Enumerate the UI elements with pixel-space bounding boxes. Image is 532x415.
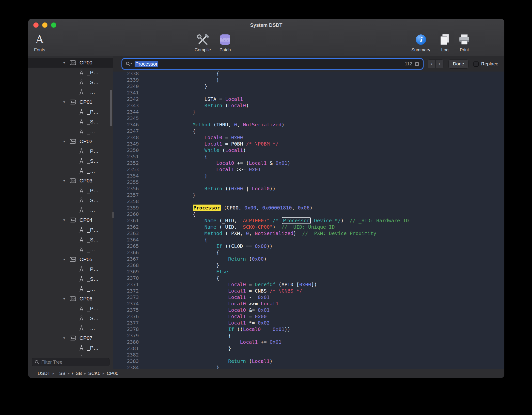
tree-item-cp02[interactable]: ▾CP02 [28,136,113,146]
tree-item-child[interactable]: _P… [28,68,113,77]
code-line[interactable]: LSTA = Local1 [145,96,504,102]
tree-item-child[interactable]: _… [28,87,113,97]
titlebar[interactable]: System DSDT [28,19,504,31]
toolbar-button-patch[interactable]: Patch [219,32,231,53]
tree-item-child[interactable]: _S… [28,117,113,127]
toolbar-button-print[interactable]: Print [458,32,470,53]
tree-item-cp03[interactable]: ▾CP03 [28,176,113,186]
disclosure-triangle-icon[interactable]: ▾ [63,336,70,340]
code-line[interactable]: Local0 &= 0x01 [145,307,504,313]
code-line[interactable]: Return (Local1) [145,358,504,364]
breadcrumb-item[interactable]: _SB [57,371,65,376]
filter-tree-input[interactable] [41,359,107,365]
code-line[interactable]: Local1 *= 0x02 [145,320,504,326]
code-line[interactable]: } [145,109,504,115]
tree-item-child[interactable]: _… [28,166,113,176]
code-line[interactable]: While (Local1) [145,147,504,153]
minimize-button[interactable] [42,22,47,28]
tree-item-cp05[interactable]: ▾CP05 [28,254,113,264]
code-lines[interactable]: { } } LSTA = Local1 Return (Local0) } Me… [141,72,504,369]
tree-item-child[interactable]: _… [28,245,113,254]
filter-tree-field[interactable] [32,358,110,366]
tree-item-child[interactable]: _… [28,127,113,136]
tree-item-child[interactable]: _S… [28,195,113,205]
tree-item-cp04[interactable]: ▾CP04 [28,215,113,225]
code-line[interactable]: } [145,173,504,179]
tree-item-cp01[interactable]: ▾CP01 [28,97,113,107]
replace-checkbox[interactable] [473,61,479,67]
code-line[interactable]: Local1 += 0x01 [145,339,504,345]
disclosure-triangle-icon[interactable]: ▾ [63,296,70,301]
code-line[interactable]: Local0 += (Local1 & 0x01) [145,160,504,166]
breadcrumb-item[interactable]: SCK0 [88,371,100,376]
breadcrumb-item[interactable]: DSDT [38,371,50,376]
tree-item-child[interactable]: _S… [28,274,113,284]
code-line[interactable] [145,352,504,358]
search-menu-icon[interactable] [125,61,133,67]
tree-item-child[interactable]: _S… [28,235,113,245]
toolbar-button-compile[interactable]: Compile [195,32,211,53]
toolbar-button-summary[interactable]: i Summary [411,32,430,53]
code-line[interactable]: { [145,72,504,77]
clear-search-icon[interactable] [414,61,420,67]
code-line[interactable]: { [145,237,504,243]
code-line[interactable]: Local0 >>= Local1 [145,300,504,307]
tree-item-child[interactable]: _S… [28,313,113,323]
code-line[interactable]: { [145,153,504,160]
tree-item-child[interactable]: _P… [28,343,113,353]
tree-item-child[interactable]: _… [28,284,113,294]
zoom-button[interactable] [51,22,56,28]
code-line[interactable]: Local0 = DerefOf (APT0 [0x00]) [145,281,504,288]
disclosure-triangle-icon[interactable]: ▾ [63,139,70,144]
tree-item-cp07[interactable]: ▾CP07 [28,333,113,343]
code-line[interactable]: Else [145,268,504,275]
code-line[interactable] [145,89,504,96]
code-line[interactable] [145,115,504,121]
code-line[interactable] [145,179,504,185]
tree-item-child[interactable]: _P… [28,107,113,117]
tree-item-child[interactable]: _P… [28,146,113,156]
tree-item-child[interactable]: _P… [28,225,113,235]
tree-item-child[interactable]: _P… [28,264,113,274]
code-line[interactable]: Name (_UID, "SCK0-CP00") // _UID: Unique… [145,224,504,230]
code-line[interactable]: Local1 -= 0x01 [145,294,504,300]
disclosure-triangle-icon[interactable]: ▾ [63,218,70,222]
find-next-button[interactable]: › [436,60,443,68]
tree-item-cp00[interactable]: ▾CP00 [28,58,113,68]
code-line[interactable]: } [145,345,504,352]
breadcrumb-item[interactable]: CP00 [107,371,119,376]
code-line[interactable]: Local1 = 0x00 [145,313,504,320]
code-line[interactable]: If ((Local0 == 0x01)) [145,326,504,332]
code-line[interactable]: Local0 = 0x00 [145,134,504,141]
code-line[interactable]: } [145,262,504,268]
splitter-handle[interactable] [112,212,114,218]
code-line[interactable]: Name (_HID, "ACPI0007" /* Processor Devi… [145,217,504,224]
tree-item-child[interactable]: _S… [28,156,113,166]
breadcrumb-item[interactable]: \_SB [72,371,82,376]
code-line[interactable]: Method (_PXM, 0, NotSerialized) // _PXM:… [145,230,504,237]
code-line[interactable]: } [145,77,504,83]
tree-item-child[interactable]: _… [28,205,113,215]
code-line[interactable] [145,198,504,205]
code-line[interactable]: If ((CLOD == 0x00)) [145,243,504,249]
code-line[interactable]: { [145,211,504,217]
done-button[interactable]: Done [448,59,469,69]
code-line[interactable]: { [145,128,504,134]
code-line[interactable]: Local1 = P0BM /* \P0BM */ [145,141,504,147]
code-line[interactable]: Return (0x00) [145,256,504,262]
toolbar-button-log[interactable]: Log [439,32,451,53]
find-field[interactable]: Processor 112 [122,59,423,69]
tree-item-child[interactable]: _… [28,323,113,333]
code-editor[interactable]: 2338233923402341234223432344234523462347… [113,72,504,369]
sidebar-scrollbar[interactable] [110,90,112,126]
code-line[interactable]: } [145,364,504,369]
code-line[interactable]: Return (Local0) [145,102,504,109]
code-line[interactable]: Processor (CP00, 0x00, 0x00001810, 0x06) [145,205,504,211]
find-query[interactable]: Processor [135,61,158,67]
disclosure-triangle-icon[interactable]: ▾ [63,257,70,262]
tree-item-child[interactable]: _P… [28,186,113,195]
toolbar-button-fonts[interactable]: A Fonts [34,32,45,53]
tree-item-child[interactable]: _S… [28,77,113,87]
code-line[interactable]: { [145,249,504,256]
tree-item-cp06[interactable]: ▾CP06 [28,294,113,304]
